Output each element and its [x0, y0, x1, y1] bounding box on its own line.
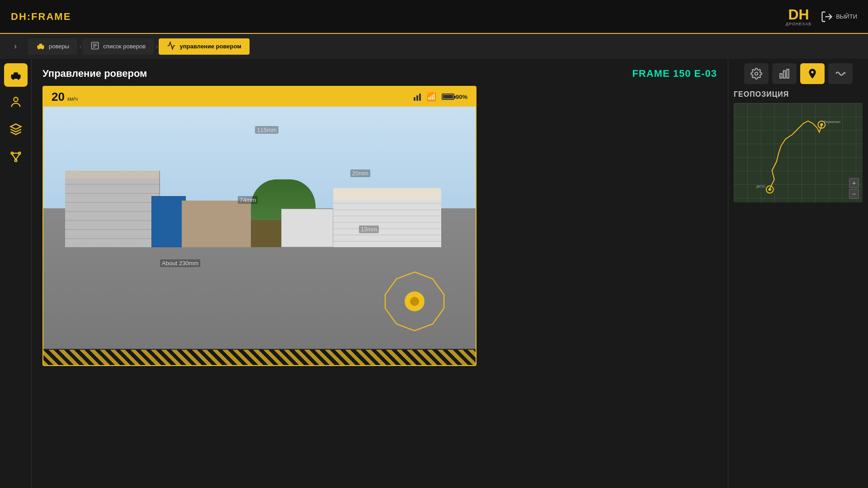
camera-feed: 115mm 20mm 74mm 13mm About 230mm — [43, 107, 476, 349]
battery-value: 90% — [456, 94, 467, 100]
svg-rect-26 — [787, 69, 788, 78]
logout-button[interactable]: ВЫЙТИ — [821, 10, 857, 23]
speed-display: 20 км/ч — [52, 90, 78, 104]
app-logo: DH:FRAME — [11, 11, 71, 23]
sidebar-item-person[interactable] — [4, 90, 28, 114]
signal-icon — [414, 93, 421, 101]
list-bc-icon — [90, 41, 99, 52]
content-header: Управление ровером FRAME 150 E-03 — [42, 68, 717, 80]
measure-13mm: 13mm — [359, 225, 379, 233]
speed-unit: км/ч — [67, 96, 78, 102]
sidebar-toggle-button[interactable]: › — [7, 38, 24, 55]
sidebar-item-rover[interactable] — [4, 63, 28, 87]
rover-bc-icon — [36, 41, 45, 52]
dh-brand-big: DH — [786, 7, 811, 22]
svg-point-10 — [12, 78, 14, 80]
wifi-icon: 📶 — [426, 92, 436, 102]
svg-point-2 — [38, 48, 39, 49]
breadcrumb-bar: › роверы › список роверов › управление р… — [0, 34, 868, 59]
svg-point-3 — [42, 48, 43, 49]
svg-point-31 — [820, 123, 823, 126]
blue-container — [151, 196, 186, 247]
svg-text:ДЕПО: ДЕПО — [756, 185, 765, 188]
page-title: Управление ровером — [42, 68, 147, 80]
battery-icon: 90% — [442, 94, 467, 100]
video-bottom-stripe — [43, 350, 476, 365]
right-panel: ГЕОПОЗИЦИЯ Терминал ДЕПО — [728, 59, 868, 488]
status-icons: 📶 90% — [414, 92, 467, 102]
svg-point-29 — [769, 188, 771, 191]
measure-74mm: 74mm — [238, 196, 258, 204]
map-controls: + − — [849, 178, 859, 199]
dh-logo: DH ДРОНЕХАБ — [786, 7, 811, 26]
breadcrumb-control[interactable]: управление ровером — [159, 38, 249, 55]
joystick-control[interactable] — [381, 267, 448, 335]
logout-label: ВЫЙТИ — [836, 13, 857, 20]
tab-stats[interactable] — [772, 63, 797, 84]
top-right-area: DH ДРОНЕХАБ ВЫЙТИ — [786, 7, 857, 26]
svg-line-18 — [16, 154, 19, 160]
breadcrumb-rovers-label: роверы — [49, 43, 69, 50]
speed-value: 20 — [52, 90, 65, 104]
svg-point-22 — [410, 297, 419, 306]
svg-rect-4 — [39, 43, 42, 45]
svg-point-15 — [14, 160, 17, 162]
bc-arrow-2: › — [156, 42, 158, 51]
svg-rect-12 — [14, 72, 18, 75]
right-panel-tabs — [734, 63, 863, 84]
map-zoom-out[interactable]: − — [849, 189, 859, 199]
breadcrumb-list-label: список роверов — [103, 43, 146, 50]
cargo-bags — [333, 188, 441, 247]
building — [182, 201, 259, 247]
map-container[interactable]: Терминал ДЕПО + − — [734, 103, 863, 202]
svg-rect-25 — [783, 71, 785, 78]
geo-title: ГЕОПОЗИЦИЯ — [734, 90, 863, 99]
svg-point-23 — [755, 72, 758, 75]
video-container: 20 км/ч 📶 — [42, 86, 476, 366]
scenery-layer — [43, 162, 476, 247]
tab-route[interactable] — [828, 63, 853, 84]
breadcrumb-rovers[interactable]: роверы — [28, 38, 77, 55]
speed-bar: 20 км/ч 📶 — [43, 87, 476, 107]
sidebar-item-package[interactable] — [4, 117, 28, 141]
svg-point-27 — [811, 71, 813, 73]
svg-rect-24 — [780, 74, 782, 78]
control-bc-icon — [167, 41, 176, 52]
sidebar — [0, 59, 32, 488]
svg-point-11 — [17, 78, 19, 80]
tab-settings[interactable] — [744, 63, 769, 84]
truck — [281, 209, 333, 247]
main-layout: Управление ровером FRAME 150 E-03 20 км/… — [0, 59, 868, 488]
rover-id: FRAME 150 E-03 — [632, 68, 717, 80]
breadcrumb-control-label: управление ровером — [179, 43, 241, 50]
measure-230mm: About 230mm — [160, 259, 200, 267]
sidebar-item-network[interactable] — [4, 145, 28, 168]
bc-arrow-1: › — [79, 42, 81, 51]
topbar: DH:FRAME DH ДРОНЕХАБ ВЫЙТИ — [0, 0, 868, 34]
tab-geo[interactable] — [800, 63, 825, 84]
measure-115mm: 115mm — [255, 126, 278, 134]
map-route-svg: Терминал ДЕПО — [734, 103, 863, 202]
map-background: Терминал ДЕПО + − — [734, 103, 863, 202]
measure-20mm: 20mm — [350, 169, 370, 177]
svg-text:Терминал: Терминал — [824, 120, 840, 124]
stacked-blocks-left — [65, 171, 160, 247]
map-zoom-in[interactable]: + — [849, 178, 859, 188]
svg-point-13 — [14, 98, 18, 102]
svg-line-17 — [12, 154, 15, 160]
dh-brand-small: ДРОНЕХАБ — [786, 22, 811, 26]
breadcrumb-list[interactable]: список роверов — [82, 38, 154, 55]
content-area: Управление ровером FRAME 150 E-03 20 км/… — [32, 59, 728, 488]
